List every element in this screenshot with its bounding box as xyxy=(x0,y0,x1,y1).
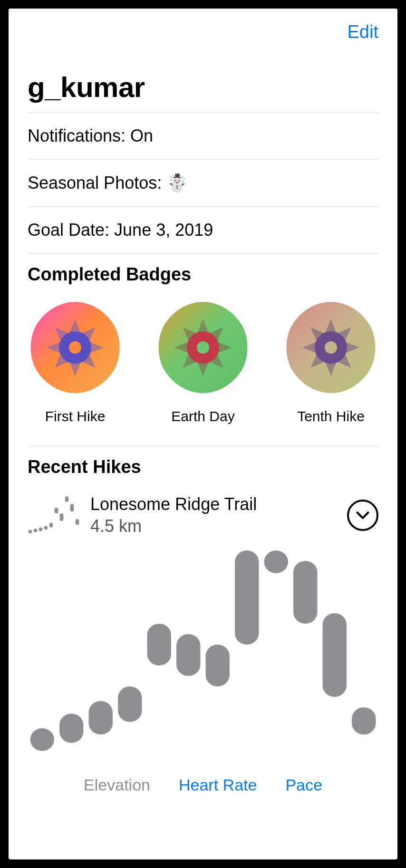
hike-distance: 4.5 km xyxy=(90,516,337,536)
svg-rect-29 xyxy=(235,550,259,645)
expand-button[interactable] xyxy=(347,500,378,531)
svg-rect-14 xyxy=(39,528,43,531)
badges-title: Completed Badges xyxy=(28,254,378,300)
tab-heart-rate[interactable]: Heart Rate xyxy=(179,776,257,794)
badge-label: Tenth Hike xyxy=(297,408,365,424)
svg-rect-31 xyxy=(293,561,317,624)
goal-date-row: Goal Date: June 3, 2019 xyxy=(28,207,378,254)
svg-rect-12 xyxy=(29,530,32,533)
tab-elevation[interactable]: Elevation xyxy=(84,776,150,794)
app-screen: Edit g_kumar Notifications: On Seasonal … xyxy=(9,9,397,859)
edit-button[interactable]: Edit xyxy=(348,22,378,42)
svg-point-7 xyxy=(197,341,209,354)
badge-first-hike[interactable]: First Hike xyxy=(28,300,123,424)
badge-icon xyxy=(283,300,378,395)
svg-rect-15 xyxy=(44,526,48,530)
svg-rect-19 xyxy=(65,496,69,502)
recent-hikes-title: Recent Hikes xyxy=(28,446,378,492)
chart-tabs: Elevation Heart Rate Pace xyxy=(28,776,378,794)
svg-rect-22 xyxy=(30,728,54,751)
badges-row: First Hike Earth Da xyxy=(28,300,378,446)
svg-rect-32 xyxy=(323,613,347,697)
svg-rect-33 xyxy=(352,707,376,734)
svg-rect-25 xyxy=(118,686,142,722)
username-heading: g_kumar xyxy=(28,71,378,113)
svg-rect-18 xyxy=(60,513,64,521)
svg-rect-30 xyxy=(264,550,288,573)
svg-rect-27 xyxy=(176,634,200,676)
svg-rect-21 xyxy=(76,519,79,525)
badge-tenth-hike[interactable]: Tenth Hike xyxy=(283,300,378,424)
hike-info: Lonesome Ridge Trail 4.5 km xyxy=(90,494,337,536)
chevron-down-icon xyxy=(355,507,371,523)
seasonal-photos-row: Seasonal Photos: ☃️ xyxy=(28,160,378,207)
badge-icon xyxy=(28,300,123,395)
svg-rect-17 xyxy=(55,508,58,513)
badge-icon xyxy=(155,300,251,395)
hike-row[interactable]: Lonesome Ridge Trail 4.5 km xyxy=(28,492,378,546)
svg-rect-24 xyxy=(89,701,113,734)
notifications-row: Notifications: On xyxy=(28,113,378,160)
svg-rect-13 xyxy=(34,529,38,532)
hike-name: Lonesome Ridge Trail xyxy=(90,494,337,514)
svg-rect-28 xyxy=(206,645,230,686)
svg-rect-23 xyxy=(59,714,83,743)
mini-elevation-chart xyxy=(28,496,80,534)
elevation-chart xyxy=(28,550,378,760)
top-bar: Edit xyxy=(28,22,378,42)
svg-rect-16 xyxy=(49,523,53,528)
svg-point-11 xyxy=(325,341,337,354)
badge-label: First Hike xyxy=(45,408,106,424)
svg-rect-26 xyxy=(147,624,171,665)
badge-earth-day[interactable]: Earth Day xyxy=(155,300,251,424)
tab-pace[interactable]: Pace xyxy=(285,776,322,794)
svg-point-3 xyxy=(69,341,81,354)
badge-label: Earth Day xyxy=(171,408,234,424)
svg-rect-20 xyxy=(70,504,74,511)
